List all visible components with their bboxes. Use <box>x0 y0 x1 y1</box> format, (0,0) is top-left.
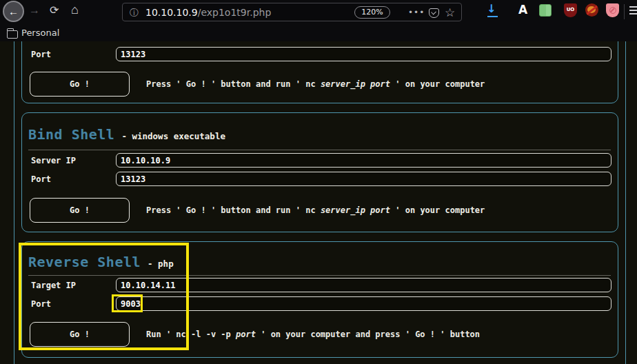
section-title: Bind Shell <box>28 126 114 143</box>
field-label: Port <box>31 50 51 59</box>
go-button[interactable]: Go ! <box>30 72 130 97</box>
divider <box>28 275 611 276</box>
site-info-icon[interactable]: ⓘ <box>130 7 139 19</box>
section-heading: Reverse Shell - php <box>28 254 174 270</box>
forward-button[interactable]: → <box>29 4 40 17</box>
pink-shield-extension-icon[interactable] <box>606 3 619 17</box>
field-label: Port <box>31 174 51 184</box>
port-input[interactable] <box>116 296 611 311</box>
server-ip-input[interactable] <box>116 153 611 168</box>
page-actions-icon[interactable]: ••• <box>408 8 425 17</box>
downloads-icon[interactable]: ↓ <box>487 2 496 15</box>
section-subtitle: - php <box>148 259 174 269</box>
menu-icon[interactable] <box>629 6 637 17</box>
instruction-text: Run ' nc -l -v -p port ' on your compute… <box>146 330 480 339</box>
green-extension-icon[interactable] <box>539 4 552 17</box>
back-button[interactable]: ← <box>3 1 24 22</box>
page-outer-border-left <box>14 41 14 364</box>
bookmark-folder-personal[interactable]: Personal <box>21 28 59 38</box>
target-ip-input[interactable] <box>116 278 611 292</box>
port-input[interactable] <box>116 172 611 186</box>
screen: Port Go ! Press ' Go ! ' button and run … <box>0 0 637 364</box>
zoom-level-badge[interactable]: 120% <box>354 6 390 19</box>
go-button[interactable]: Go ! <box>30 198 130 223</box>
field-label: Server IP <box>31 156 76 165</box>
go-button[interactable]: Go ! <box>30 322 130 347</box>
folder-icon <box>7 30 18 39</box>
pocket-icon[interactable] <box>429 8 439 18</box>
divider <box>28 150 611 150</box>
field-label: Port <box>31 299 51 309</box>
address-bar[interactable]: ⓘ 10.10.10.9/exp1o1t9r.php 120% ••• ☆ <box>122 3 462 21</box>
toolbar-separator <box>624 4 625 19</box>
field-label: Target IP <box>31 281 76 290</box>
page-outer-border-right <box>625 41 626 364</box>
text-size-extension-icon[interactable]: A <box>518 3 527 17</box>
browser-toolbar: ← → ⟳ ⌂ ⓘ 10.10.10.9/exp1o1t9r.php 120% … <box>0 0 637 23</box>
reload-button[interactable]: ⟳ <box>50 3 59 17</box>
downloads-icon-bar <box>487 16 498 17</box>
pink-shield-slash-shape <box>609 7 616 14</box>
home-button[interactable]: ⌂ <box>71 3 79 17</box>
blocker-extension-icon[interactable] <box>585 3 598 17</box>
url-host: 10.10.10.9 <box>145 7 198 18</box>
instruction-text: Press ' Go ! ' button and run ' nc serve… <box>146 79 485 89</box>
section-subtitle: - windows executable <box>121 131 225 141</box>
section-heading: Bind Shell - windows executable <box>28 126 225 143</box>
section-title: Reverse Shell <box>28 254 141 270</box>
url-path: /exp1o1t9r.php <box>198 7 272 18</box>
port-input[interactable] <box>116 47 611 61</box>
url-text[interactable]: 10.10.10.9/exp1o1t9r.php <box>145 7 271 18</box>
bookmark-star-icon[interactable]: ☆ <box>445 6 455 19</box>
bookmarks-bar: Personal <box>0 23 637 41</box>
ublock-origin-icon[interactable]: UO <box>564 3 577 17</box>
instruction-text: Press ' Go ! ' button and run ' nc serve… <box>146 205 485 215</box>
